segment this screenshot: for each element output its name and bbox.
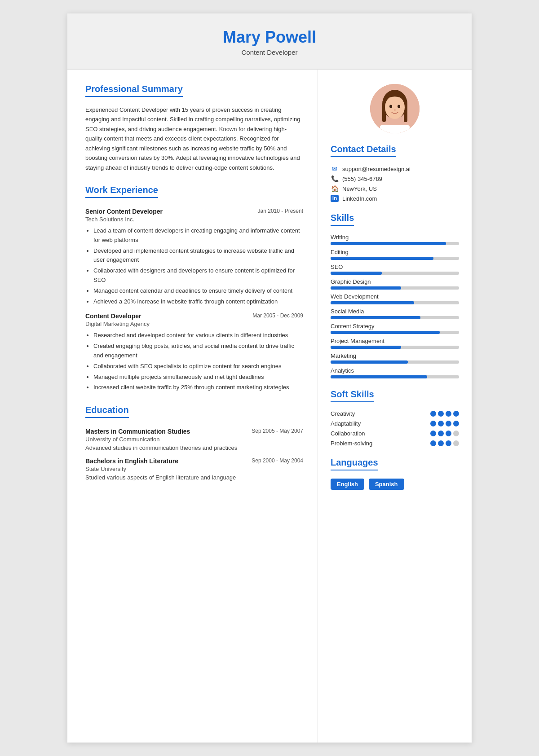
- skill-bar-fill: [331, 316, 420, 319]
- skill-name: Analytics: [331, 367, 459, 374]
- skill-row: Web Development: [331, 293, 459, 304]
- dot: [438, 431, 444, 436]
- skill-row: Analytics: [331, 367, 459, 378]
- soft-skills-list: Creativity Adaptability Collaboration Pr…: [331, 410, 459, 447]
- soft-skill-name: Problem-solving: [331, 440, 372, 447]
- skill-row: Project Management: [331, 338, 459, 349]
- job-1: Senior Content Developer Tech Solutions …: [85, 208, 303, 306]
- svg-point-6: [398, 105, 400, 108]
- list-item: Managed multiple projects simultaneously…: [93, 373, 303, 382]
- dot: [430, 411, 436, 417]
- skill-row: Graphic Design: [331, 278, 459, 290]
- candidate-title: Content Developer: [85, 48, 454, 56]
- skills-list: Writing Editing SEO Graphic Design Web D…: [331, 234, 459, 378]
- skill-bar-fill: [331, 301, 414, 304]
- list-item: Achieved a 20% increase in website traff…: [93, 297, 303, 307]
- edu-2-school: State University: [85, 466, 178, 472]
- job-1-title-company: Senior Content Developer Tech Solutions …: [85, 208, 163, 223]
- dots-wrap: [430, 431, 459, 436]
- job-2-header: Content Developer Digital Marketing Agen…: [85, 312, 303, 327]
- skill-bar-fill: [331, 242, 446, 245]
- list-item: Collaborated with SEO specialists to opt…: [93, 362, 303, 371]
- edu-1-desc: Advanced studies in communication theori…: [85, 444, 303, 451]
- dot: [438, 411, 444, 417]
- right-column: Contact Details ✉ support@resumedesign.a…: [318, 70, 472, 743]
- skill-row: Marketing: [331, 352, 459, 364]
- soft-skills-section: Soft Skills Creativity Adaptability Coll…: [331, 389, 459, 447]
- edu-2-desc: Studied various aspects of English liter…: [85, 474, 303, 481]
- skill-bar-bg: [331, 301, 459, 304]
- dot: [453, 421, 459, 426]
- skill-bar-fill: [331, 360, 408, 364]
- summary-section: Professional Summary Experienced Content…: [85, 84, 303, 172]
- avatar: [370, 84, 420, 133]
- skill-bar-bg: [331, 331, 459, 334]
- soft-skills-title: Soft Skills: [331, 389, 374, 402]
- job-1-header: Senior Content Developer Tech Solutions …: [85, 208, 303, 223]
- skill-bar-fill: [331, 375, 427, 378]
- skill-bar-bg: [331, 272, 459, 275]
- list-item: Collaborated with designers and develope…: [93, 266, 303, 285]
- skill-bar-bg: [331, 316, 459, 319]
- list-item: Created engaging blog posts, articles, a…: [93, 342, 303, 360]
- skill-bar-fill: [331, 331, 440, 334]
- dot: [446, 411, 451, 417]
- edu-1: Masters in Communication Studies Univers…: [85, 428, 303, 451]
- edu-2-left: Bachelors in English Literature State Un…: [85, 457, 178, 472]
- left-column: Professional Summary Experienced Content…: [67, 70, 318, 743]
- avatar-wrap: [331, 84, 459, 133]
- skill-bar-fill: [331, 257, 433, 260]
- avatar-svg: [370, 84, 420, 133]
- job-1-company: Tech Solutions Inc.: [85, 216, 163, 223]
- skill-name: Social Media: [331, 308, 459, 315]
- list-item: Developed and implemented content strate…: [93, 246, 303, 265]
- contact-title: Contact Details: [331, 144, 396, 157]
- header: Mary Powell Content Developer: [67, 13, 472, 70]
- edu-1-left: Masters in Communication Studies Univers…: [85, 428, 190, 443]
- dot: [453, 411, 459, 417]
- skill-bar-bg: [331, 375, 459, 378]
- job-2-title-company: Content Developer Digital Marketing Agen…: [85, 312, 150, 327]
- linkedin-icon: in: [331, 195, 339, 202]
- resume-page: Mary Powell Content Developer Profession…: [67, 13, 472, 743]
- edu-2-header: Bachelors in English Literature State Un…: [85, 457, 303, 472]
- contact-address: 🏠 NewYork, US: [331, 185, 459, 192]
- work-experience-section: Work Experience Senior Content Developer…: [85, 185, 303, 392]
- skills-section: Skills Writing Editing SEO Graphic Desig…: [331, 213, 459, 378]
- job-2-bullets: Researched and developed content for var…: [85, 331, 303, 392]
- skill-bar-bg: [331, 286, 459, 290]
- work-experience-title: Work Experience: [85, 185, 158, 198]
- skill-bar-fill: [331, 346, 401, 349]
- skill-bar-fill: [331, 286, 401, 290]
- skill-row: Content Strategy: [331, 323, 459, 334]
- skill-name: SEO: [331, 264, 459, 270]
- dots-wrap: [430, 411, 459, 417]
- svg-point-7: [394, 110, 396, 111]
- svg-point-4: [385, 96, 405, 119]
- education-title: Education: [85, 405, 129, 418]
- soft-skill-row: Creativity: [331, 410, 459, 417]
- contact-address-value: NewYork, US: [342, 185, 377, 192]
- dot: [453, 440, 459, 446]
- list-item: Increased client website traffic by 25% …: [93, 383, 303, 392]
- dot: [430, 431, 436, 436]
- candidate-name: Mary Powell: [85, 28, 454, 47]
- lang-badges: EnglishSpanish: [331, 479, 459, 490]
- edu-1-header: Masters in Communication Studies Univers…: [85, 428, 303, 443]
- job-1-title: Senior Content Developer: [85, 208, 163, 215]
- skill-row: Writing: [331, 234, 459, 245]
- body-layout: Professional Summary Experienced Content…: [67, 70, 472, 743]
- languages-title: Languages: [331, 457, 378, 470]
- skill-bar-bg: [331, 257, 459, 260]
- job-2-title: Content Developer: [85, 312, 150, 320]
- contact-phone-value: (555) 345-6789: [342, 176, 382, 182]
- skill-bar-fill: [331, 272, 382, 275]
- skill-bar-bg: [331, 346, 459, 349]
- lang-badge: Spanish: [369, 479, 404, 490]
- contact-linkedin: in LinkedIn.com: [331, 195, 459, 202]
- soft-skill-name: Collaboration: [331, 430, 365, 437]
- soft-skill-name: Creativity: [331, 410, 355, 417]
- skill-name: Project Management: [331, 338, 459, 344]
- contact-phone: 📞 (555) 345-6789: [331, 175, 459, 182]
- dot: [446, 431, 451, 436]
